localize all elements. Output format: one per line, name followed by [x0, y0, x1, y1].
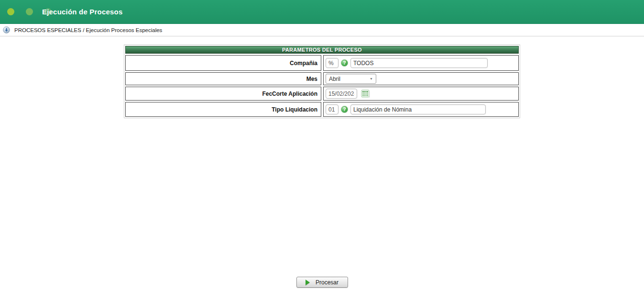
month-select[interactable]: Abril — [326, 74, 376, 84]
help-icon[interactable] — [341, 106, 348, 113]
company-label: Compañia — [125, 55, 321, 71]
cutoff-date-input[interactable] — [326, 89, 357, 99]
company-name-input[interactable] — [350, 58, 488, 68]
month-select-value: Abril — [329, 76, 340, 82]
cutoff-date-row: FecCorte Aplicación — [125, 87, 519, 101]
play-icon — [306, 280, 310, 285]
month-inputs: Abril — [323, 72, 519, 85]
settlement-type-name-input[interactable] — [350, 104, 486, 114]
breadcrumb-text: PROCESOS ESPECIALES / Ejecución Procesos… — [14, 27, 162, 33]
help-icon[interactable] — [341, 59, 348, 67]
company-code-input[interactable] — [326, 58, 338, 68]
app-header: Ejecución de Procesos — [0, 0, 644, 24]
settlement-type-label: Tipo Liquidacion — [125, 102, 321, 117]
company-row: Compañia — [125, 55, 519, 71]
breadcrumb: PROCESOS ESPECIALES / Ejecución Procesos… — [0, 24, 644, 36]
down-arrow-icon[interactable] — [3, 26, 10, 34]
page-title: Ejecución de Procesos — [42, 0, 122, 24]
month-row: Mes Abril — [125, 72, 519, 85]
month-label: Mes — [125, 72, 321, 85]
header-dot — [26, 8, 33, 15]
calendar-icon[interactable] — [361, 90, 370, 98]
procesar-button-label: Procesar — [316, 279, 338, 286]
footer-bar: Procesar — [0, 277, 644, 288]
chevron-down-icon — [370, 77, 373, 80]
settlement-type-code-input[interactable] — [326, 104, 338, 114]
settlement-type-row: Tipo Liquidacion — [125, 102, 519, 117]
parameters-panel-title: PARAMETROS DEL PROCESO — [125, 46, 519, 54]
header-dot — [7, 8, 14, 15]
company-inputs — [323, 55, 519, 71]
cutoff-date-label: FecCorte Aplicación — [125, 87, 321, 101]
cutoff-date-inputs — [323, 87, 519, 101]
parameters-panel: PARAMETROS DEL PROCESO Compañia Mes Abri… — [124, 45, 520, 118]
settlement-type-inputs — [323, 102, 519, 117]
procesar-button[interactable]: Procesar — [296, 277, 348, 288]
